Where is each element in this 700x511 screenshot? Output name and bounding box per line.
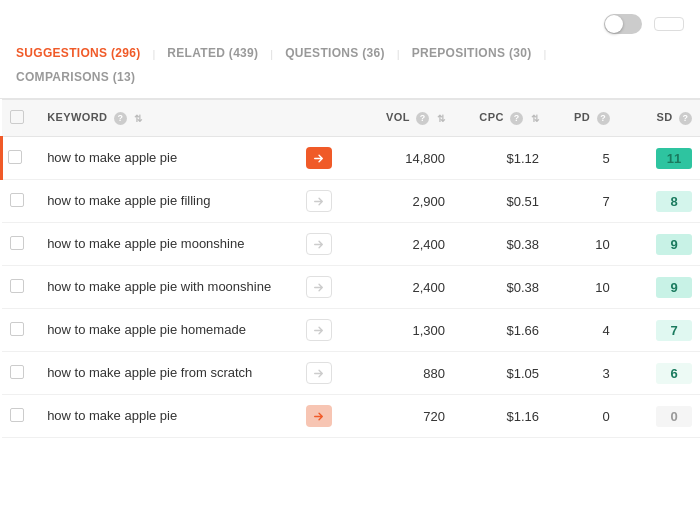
sd-value: 8 — [656, 191, 692, 212]
keyword-text: how to make apple pie — [47, 408, 177, 423]
keywords-table: KEYWORD ? ⇅ VOL ? ⇅ CPC ? ⇅ PD ? — [0, 99, 700, 438]
col-header-cpc: CPC ? ⇅ — [453, 100, 547, 137]
sd-value: 9 — [656, 234, 692, 255]
toggle-wrapper[interactable] — [604, 14, 642, 34]
header-controls — [604, 14, 684, 34]
row-checkbox[interactable] — [10, 236, 24, 250]
table-row: how to make apple pie 720$1.1600 — [2, 395, 701, 438]
table-row: how to make apple pie moonshine 2,400$0.… — [2, 223, 701, 266]
pd-value: 4 — [602, 323, 609, 338]
cpc-value: $1.05 — [507, 366, 540, 381]
vol-value: 720 — [423, 409, 445, 424]
table-header-row: KEYWORD ? ⇅ VOL ? ⇅ CPC ? ⇅ PD ? — [2, 100, 701, 137]
arrow-button[interactable] — [306, 405, 332, 427]
tab-suggestions[interactable]: SUGGESTIONS (296) — [16, 42, 152, 66]
table-row: how to make apple pie filling 2,900$0.51… — [2, 180, 701, 223]
table-row: how to make apple pie 14,800$1.12511 — [2, 137, 701, 180]
cpc-sort-icon[interactable]: ⇅ — [531, 113, 539, 124]
pd-value: 3 — [602, 366, 609, 381]
tabs-bar: SUGGESTIONS (296) | RELATED (439) | QUES… — [0, 42, 700, 99]
table-row: how to make apple pie from scratch 880$1… — [2, 352, 701, 395]
filters-button[interactable] — [654, 17, 684, 31]
sd-value: 0 — [656, 406, 692, 427]
table-row: how to make apple pie homemade 1,300$1.6… — [2, 309, 701, 352]
row-checkbox[interactable] — [10, 322, 24, 336]
toggle-knob — [605, 15, 623, 33]
arrow-button[interactable] — [306, 276, 332, 298]
keyword-text: how to make apple pie — [47, 150, 177, 165]
arrow-button[interactable] — [306, 362, 332, 384]
keyword-help-icon[interactable]: ? — [114, 112, 127, 125]
vol-help-icon[interactable]: ? — [416, 112, 429, 125]
table-row: how to make apple pie with moonshine 2,4… — [2, 266, 701, 309]
arrow-button[interactable] — [306, 190, 332, 212]
cpc-value: $0.38 — [507, 237, 540, 252]
keyword-text: how to make apple pie moonshine — [47, 236, 244, 251]
vol-value: 2,400 — [412, 237, 445, 252]
col-header-sd: SD ? — [618, 100, 700, 137]
row-checkbox[interactable] — [8, 150, 22, 164]
sd-help-icon[interactable]: ? — [679, 112, 692, 125]
arrow-button[interactable] — [306, 319, 332, 341]
keyword-text: how to make apple pie filling — [47, 193, 210, 208]
arrow-button[interactable] — [306, 233, 332, 255]
cpc-value: $1.66 — [507, 323, 540, 338]
col-header-check — [2, 100, 40, 137]
tab-prepositions[interactable]: PREPOSITIONS (30) — [412, 42, 544, 66]
sd-value: 7 — [656, 320, 692, 341]
cpc-value: $0.38 — [507, 280, 540, 295]
cpc-value: $1.12 — [507, 151, 540, 166]
vol-value: 880 — [423, 366, 445, 381]
pd-value: 0 — [602, 409, 609, 424]
keyword-text: how to make apple pie homemade — [47, 322, 246, 337]
tab-questions[interactable]: QUESTIONS (36) — [285, 42, 397, 66]
col-header-vol: VOL ? ⇅ — [347, 100, 453, 137]
vol-value: 2,900 — [412, 194, 445, 209]
pd-value: 10 — [595, 280, 609, 295]
filter-toggle[interactable] — [604, 14, 642, 34]
pd-help-icon[interactable]: ? — [597, 112, 610, 125]
keyword-text: how to make apple pie from scratch — [47, 365, 252, 380]
col-header-pd: PD ? — [547, 100, 618, 137]
table-container: KEYWORD ? ⇅ VOL ? ⇅ CPC ? ⇅ PD ? — [0, 99, 700, 438]
tab-comparisons[interactable]: COMPARISONS (13) — [16, 66, 147, 90]
table-body: how to make apple pie 14,800$1.12511how … — [2, 137, 701, 438]
row-checkbox[interactable] — [10, 279, 24, 293]
pd-value: 7 — [602, 194, 609, 209]
sd-value: 11 — [656, 148, 692, 169]
sd-value: 9 — [656, 277, 692, 298]
cpc-value: $1.16 — [507, 409, 540, 424]
cpc-help-icon[interactable]: ? — [510, 112, 523, 125]
col-header-keyword: KEYWORD ? ⇅ — [39, 100, 298, 137]
row-checkbox[interactable] — [10, 365, 24, 379]
row-checkbox[interactable] — [10, 408, 24, 422]
vol-value: 2,400 — [412, 280, 445, 295]
pd-value: 10 — [595, 237, 609, 252]
sd-value: 6 — [656, 363, 692, 384]
arrow-button[interactable] — [306, 147, 332, 169]
pd-value: 5 — [602, 151, 609, 166]
keyword-sort-icon[interactable]: ⇅ — [134, 113, 142, 124]
row-checkbox[interactable] — [10, 193, 24, 207]
cpc-value: $0.51 — [507, 194, 540, 209]
select-all-checkbox[interactable] — [10, 110, 24, 124]
col-header-arrow — [298, 100, 347, 137]
page-header — [0, 0, 700, 42]
tab-related[interactable]: RELATED (439) — [167, 42, 270, 66]
vol-value: 14,800 — [405, 151, 445, 166]
vol-sort-icon[interactable]: ⇅ — [437, 113, 445, 124]
vol-value: 1,300 — [412, 323, 445, 338]
keyword-text: how to make apple pie with moonshine — [47, 279, 271, 294]
